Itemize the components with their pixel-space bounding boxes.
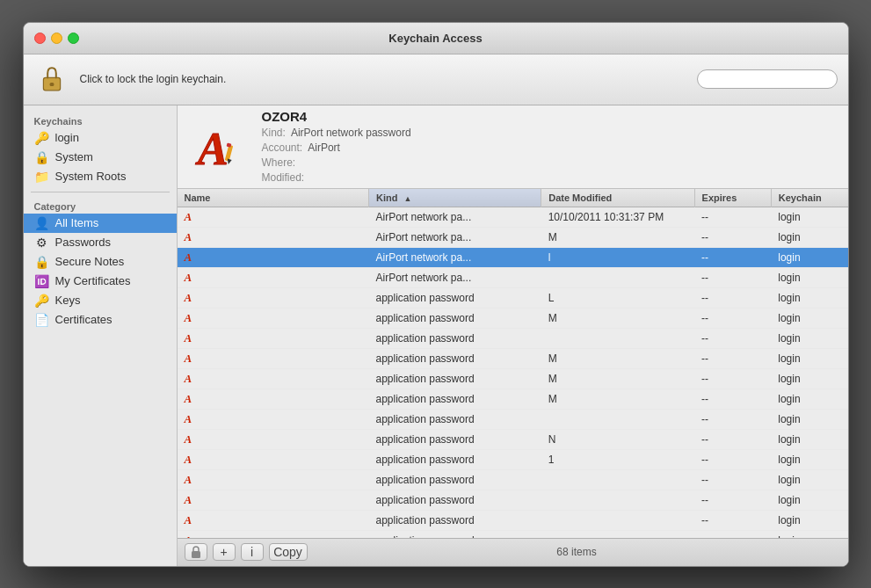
cell-expires: -- [694, 287, 771, 308]
table-container[interactable]: Name Kind ▲ Date Modified Expires [178, 189, 848, 538]
minimize-button[interactable] [51, 33, 62, 44]
col-header-kind[interactable]: Kind ▲ [369, 189, 541, 207]
cell-kind: application password [369, 469, 541, 490]
cell-kind: application password [369, 328, 541, 348]
cell-date: 1 [541, 449, 694, 469]
table-row[interactable]: Aapplication password--login [178, 510, 848, 530]
cell-expires: -- [694, 207, 771, 227]
sidebar-item-all-items[interactable]: 👤 All Items [24, 214, 177, 233]
table-row[interactable]: AAirPort network pa...M--login [178, 227, 848, 247]
cell-kind: application password [369, 287, 541, 308]
cell-expires: -- [694, 267, 771, 287]
table-row[interactable]: Aapplication passwordM--login [178, 368, 848, 388]
table-row[interactable]: Aapplication passwordN--login [178, 429, 848, 449]
system-roots-icon: 📁 [34, 170, 50, 184]
cell-name: A [178, 207, 353, 227]
item-account-row: Account: AirPort [262, 142, 411, 154]
cell-date [541, 490, 694, 510]
sidebar-item-keys-label: Keys [55, 294, 81, 307]
info-button[interactable]: i [241, 543, 264, 561]
account-label: Account: [262, 142, 303, 154]
copy-button[interactable]: Copy [269, 543, 308, 561]
statusbar: + i Copy 68 items [178, 538, 848, 566]
search-input[interactable] [697, 69, 838, 89]
table-row[interactable]: Aapplication password--login [178, 490, 848, 510]
table-row[interactable]: Aapplication passwordM--login [178, 348, 848, 368]
row-app-icon: A [185, 453, 192, 467]
table-row[interactable]: Aapplication passwordM--login [178, 388, 848, 409]
cell-keychain: login [771, 490, 847, 510]
cell-name: A [178, 329, 353, 348]
add-button[interactable]: + [213, 543, 236, 561]
cell-keychain: login [771, 308, 847, 328]
system-icon: 🔒 [34, 150, 50, 164]
table-row[interactable]: Aapplication password--login [178, 328, 848, 348]
cell-expires: -- [694, 247, 771, 267]
cell-date [541, 469, 694, 490]
main-area: Keychains 🔑 login 🔒 System 📁 System Root… [24, 105, 848, 566]
cell-date [541, 409, 694, 429]
table-row[interactable]: Aapplication password1--login [178, 449, 848, 469]
kind-value: AirPort network password [291, 127, 411, 139]
cell-date: 10/10/2011 10:31:37 PM [541, 207, 694, 227]
table-row[interactable]: AAirPort network pa...10/10/2011 10:31:3… [178, 207, 848, 227]
row-app-icon: A [185, 412, 192, 426]
table-row[interactable]: Aapplication passwordM--login [178, 308, 848, 328]
row-app-icon: A [185, 311, 192, 325]
cell-date [541, 510, 694, 530]
cell-name: A [178, 531, 353, 538]
maximize-button[interactable] [68, 33, 79, 44]
sidebar-item-my-certificates-label: My Certificates [55, 274, 131, 287]
item-where-row: Where: [262, 156, 411, 169]
cell-expires: -- [694, 510, 771, 530]
close-button[interactable] [34, 33, 46, 44]
cell-expires: -- [694, 348, 771, 368]
table-row[interactable]: AAirPort network pa...l--login [178, 247, 848, 267]
row-app-icon: A [185, 493, 192, 507]
cell-keychain: login [771, 510, 847, 530]
sidebar-item-keys[interactable]: 🔑 Keys [24, 291, 177, 310]
row-app-icon: A [185, 432, 192, 446]
cell-expires: -- [694, 530, 771, 538]
table-row[interactable]: Aapplication password--login [178, 530, 848, 538]
cell-date: M [541, 308, 694, 328]
cell-kind: AirPort network pa... [369, 207, 541, 227]
cell-date: M [541, 388, 694, 409]
table-row[interactable]: Aapplication password--login [178, 409, 848, 429]
passwords-icon: ⚙ [34, 236, 50, 250]
cell-keychain: login [771, 388, 847, 409]
lock-button[interactable] [34, 62, 69, 97]
table-header: Name Kind ▲ Date Modified Expires [178, 189, 848, 207]
cell-keychain: login [771, 287, 847, 308]
sidebar-item-system-roots[interactable]: 📁 System Roots [24, 167, 177, 186]
sidebar-item-certificates[interactable]: 📄 Certificates [24, 310, 177, 330]
col-header-name[interactable]: Name [178, 189, 369, 207]
col-header-date[interactable]: Date Modified [541, 189, 694, 207]
sidebar-item-my-certificates[interactable]: 🆔 My Certificates [24, 272, 177, 291]
cell-kind: application password [369, 449, 541, 469]
sidebar-item-system[interactable]: 🔒 System [24, 148, 177, 167]
col-header-keychain[interactable]: Keychain [771, 189, 847, 207]
cell-name: A [178, 490, 353, 510]
item-count: 68 items [313, 546, 841, 558]
table-row[interactable]: Aapplication passwordL--login [178, 287, 848, 308]
cell-expires: -- [694, 388, 771, 409]
window-title: Keychain Access [388, 32, 482, 45]
col-header-expires[interactable]: Expires [694, 189, 771, 207]
lock-statusbar-button[interactable] [185, 543, 207, 561]
sidebar-item-passwords[interactable]: ⚙ Passwords [24, 233, 177, 252]
cell-kind: application password [369, 429, 541, 449]
sidebar-item-secure-notes[interactable]: 🔒 Secure Notes [24, 252, 177, 272]
cell-kind: application password [369, 530, 541, 538]
item-name: OZOR4 [262, 109, 411, 124]
traffic-lights [34, 33, 79, 44]
cell-kind: application password [369, 510, 541, 530]
cell-keychain: login [771, 368, 847, 388]
table-row[interactable]: AAirPort network pa...--login [178, 267, 848, 287]
cell-keychain: login [771, 530, 847, 538]
sidebar-item-login[interactable]: 🔑 login [24, 128, 177, 148]
cell-kind: application password [369, 388, 541, 409]
cell-name: A [178, 228, 353, 247]
table-row[interactable]: Aapplication password--login [178, 469, 848, 490]
row-app-icon: A [185, 352, 192, 366]
